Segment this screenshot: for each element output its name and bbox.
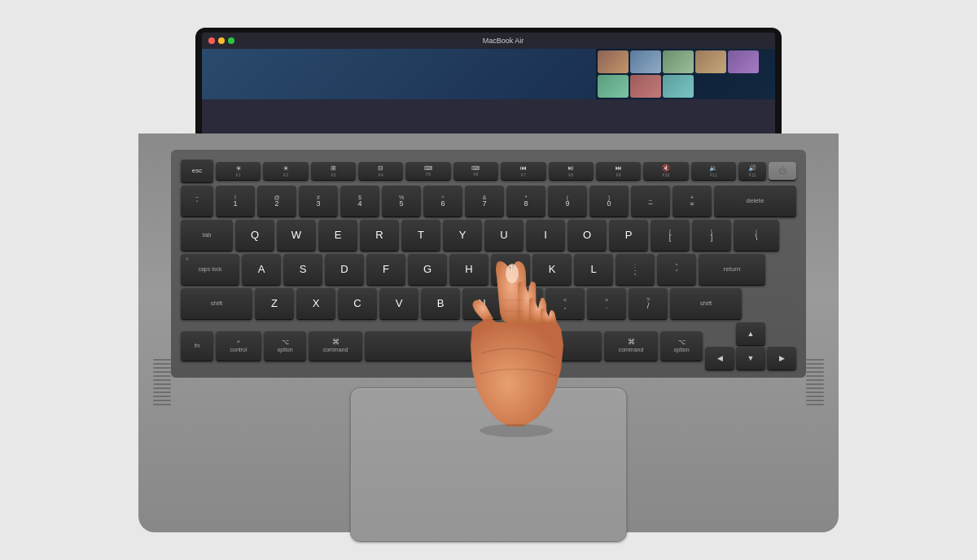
key-tab[interactable]: tab [181, 220, 233, 251]
key-3[interactable]: #3 [299, 186, 338, 217]
thumbnail-1 [598, 50, 629, 73]
key-fn[interactable]: fn [181, 331, 213, 361]
key-9[interactable]: (9 [548, 186, 587, 217]
key-t[interactable]: T [401, 220, 440, 251]
key-0[interactable]: )0 [589, 186, 629, 217]
main-video [202, 49, 596, 99]
key-backtick[interactable]: ~` [181, 186, 213, 217]
svg-point-3 [480, 424, 553, 437]
arrow-top-pair: ▲ [705, 322, 796, 345]
key-command-left[interactable]: ⌘ command [309, 331, 362, 361]
qwerty-row: tab Q W E R T Y U I O P {[ }] [181, 220, 796, 251]
key-w[interactable]: W [277, 220, 316, 251]
key-y[interactable]: Y [443, 220, 482, 251]
key-o[interactable]: O [567, 220, 607, 251]
key-minus[interactable]: _– [631, 186, 670, 217]
thumbnail-4 [695, 50, 726, 73]
key-i[interactable]: I [526, 220, 565, 251]
key-f1[interactable]: ☀F1 [216, 162, 261, 180]
thumbnail-5 [728, 50, 759, 73]
key-delete[interactable]: delete [714, 186, 796, 217]
key-backslash[interactable]: |\ [734, 220, 779, 251]
speaker-right [806, 252, 824, 512]
arrow-keys: ▲ ◀ ▼ ▶ [705, 322, 796, 370]
key-slash[interactable]: ?/ [629, 288, 668, 319]
thumbnail-3 [663, 50, 694, 73]
facetime-content [202, 49, 775, 99]
key-f12[interactable]: 🔊F12 [738, 162, 766, 180]
macbook: MacBook Air [138, 28, 839, 532]
screen: MacBook Air [195, 28, 782, 142]
key-p[interactable]: P [609, 220, 648, 251]
hand-container [435, 256, 614, 483]
key-1[interactable]: !1 [216, 186, 255, 217]
key-2[interactable]: @2 [257, 186, 296, 217]
thumbnail-7 [630, 75, 661, 98]
key-z[interactable]: Z [255, 288, 294, 319]
thumbnail-8 [663, 75, 694, 98]
key-f3[interactable]: ⊞F3 [311, 162, 356, 180]
key-4[interactable]: $4 [340, 186, 379, 217]
key-f2[interactable]: ☀F2 [263, 162, 308, 180]
screen-bezel: MacBook Air [195, 28, 782, 142]
thumbnail-6 [598, 75, 629, 98]
num-row: ~` !1 @2 #3 $4 %5 [181, 186, 796, 217]
key-shift-right[interactable]: shift [670, 288, 742, 319]
key-a[interactable]: A [242, 254, 281, 285]
key-8[interactable]: *8 [506, 186, 545, 217]
key-quote[interactable]: "' [657, 254, 696, 285]
key-f9[interactable]: ⏭F9 [596, 162, 641, 180]
fn-row: esc ☀F1 ☀F2 ⊞F3 ⊟F4 ⌨F5 ⌨F6 ⏮F7 ⏯F8 ⏭F9 … [181, 160, 796, 182]
key-c[interactable]: C [338, 288, 377, 319]
key-d[interactable]: D [325, 254, 364, 285]
key-e[interactable]: E [318, 220, 357, 251]
key-x[interactable]: X [296, 288, 335, 319]
key-f10[interactable]: 🔇F10 [643, 162, 688, 180]
traffic-light-red[interactable] [208, 37, 215, 44]
key-arrow-up[interactable]: ▲ [736, 322, 765, 345]
traffic-light-yellow[interactable] [218, 37, 225, 44]
speaker-left [153, 252, 171, 512]
key-v[interactable]: V [379, 288, 418, 319]
screen-content: MacBook Air [202, 33, 775, 142]
key-arrow-right[interactable]: ▶ [767, 347, 796, 370]
key-arrow-down[interactable]: ▼ [736, 347, 765, 370]
hand-image [435, 256, 614, 483]
key-f5[interactable]: ⌨F5 [405, 162, 450, 180]
key-f6[interactable]: ⌨F6 [453, 162, 498, 180]
key-q[interactable]: Q [235, 220, 274, 251]
menubar: MacBook Air [202, 33, 775, 49]
key-f[interactable]: F [366, 254, 405, 285]
key-u[interactable]: U [484, 220, 524, 251]
key-bracket-l[interactable]: {[ [651, 220, 690, 251]
key-equals[interactable]: += [673, 186, 712, 217]
thumbnail-2 [630, 50, 661, 73]
key-f8[interactable]: ⏯F8 [549, 162, 594, 180]
key-option-left[interactable]: ⌥ option [264, 331, 306, 361]
key-esc[interactable]: esc [181, 160, 213, 182]
key-return[interactable]: return [699, 254, 765, 285]
key-f7[interactable]: ⏮F7 [501, 162, 545, 180]
key-6[interactable]: ^6 [423, 186, 462, 217]
key-bracket-r[interactable]: }] [692, 220, 731, 251]
menubar-title: MacBook Air [238, 37, 769, 45]
key-f11[interactable]: 🔉F11 [691, 162, 736, 180]
key-arrow-left[interactable]: ◀ [705, 347, 734, 370]
key-shift-left[interactable]: shift [181, 288, 252, 319]
key-r[interactable]: R [360, 220, 399, 251]
key-f4[interactable]: ⊟F4 [358, 162, 403, 180]
key-option-right[interactable]: ⌥ option [660, 331, 703, 361]
svg-point-2 [506, 264, 519, 283]
key-semicolon[interactable]: :; [616, 254, 655, 285]
arrow-bottom-pair: ◀ ▼ ▶ [705, 347, 796, 370]
capslock-indicator [186, 257, 189, 260]
thumbnail-strip [596, 49, 775, 99]
key-control[interactable]: ^ control [216, 331, 261, 361]
key-5[interactable]: %5 [382, 186, 421, 217]
key-s[interactable]: S [283, 254, 322, 285]
key-power[interactable]: ⏻ [769, 162, 796, 180]
traffic-light-green[interactable] [228, 37, 234, 44]
scene: MacBook Air [0, 0, 977, 560]
key-capslock[interactable]: caps lock [181, 254, 239, 285]
key-7[interactable]: &7 [465, 186, 504, 217]
